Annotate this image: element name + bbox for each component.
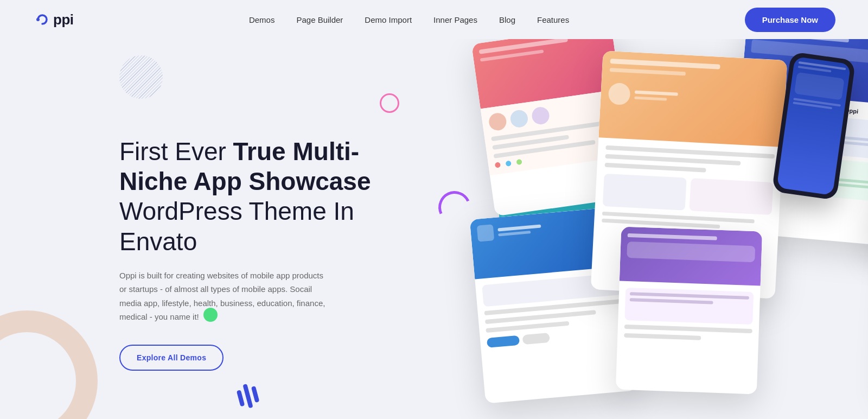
hero-description: Oppi is built for creating websites of m… — [119, 269, 326, 324]
nav-inner-pages[interactable]: Inner Pages — [433, 15, 477, 24]
header: ppi Demos Page Builder Demo Import Inner… — [0, 0, 868, 39]
pink-ring-decoration — [380, 93, 399, 113]
tick-decoration — [237, 386, 260, 410]
svg-point-1 — [36, 18, 40, 21]
explore-all-demos-button[interactable]: Explore All Demos — [119, 345, 224, 371]
nav-blog[interactable]: Blog — [499, 15, 515, 24]
nav-demo-import[interactable]: Demo Import — [365, 15, 412, 24]
hero-title: First Ever True Multi-Niche App Showcase… — [119, 137, 371, 257]
svg-point-0 — [34, 11, 51, 28]
screen2-header — [598, 50, 787, 147]
nav-page-builder[interactable]: Page Builder — [296, 15, 343, 24]
hero-title-light: First Ever — [119, 137, 233, 166]
nav-features[interactable]: Features — [537, 15, 569, 24]
screen5-header — [620, 227, 762, 286]
hero-content: First Ever True Multi-Niche App Showcase… — [119, 137, 371, 371]
purchase-now-button[interactable]: Purchase Now — [745, 8, 835, 32]
tick-bar-1 — [237, 390, 245, 407]
screen5-body — [617, 281, 760, 353]
peach-arc-decoration — [0, 310, 98, 419]
screen2-body — [593, 137, 782, 239]
phone-screen — [777, 56, 851, 195]
hero-section: First Ever True Multi-Niche App Showcase… — [0, 39, 868, 419]
nav-demos[interactable]: Demos — [249, 15, 275, 24]
tick-bar-3 — [251, 386, 259, 403]
hero-title-light2: WordPress Theme InEnvato — [119, 197, 354, 255]
screen-card-5 — [616, 227, 762, 395]
logo[interactable]: ppi — [33, 10, 74, 29]
main-nav: Demos Page Builder Demo Import Inner Pag… — [249, 15, 569, 24]
striped-circle-decoration — [119, 55, 163, 99]
screens-area: Why small Business Owners Love Oppi — [423, 39, 868, 419]
logo-text: ppi — [53, 11, 74, 28]
